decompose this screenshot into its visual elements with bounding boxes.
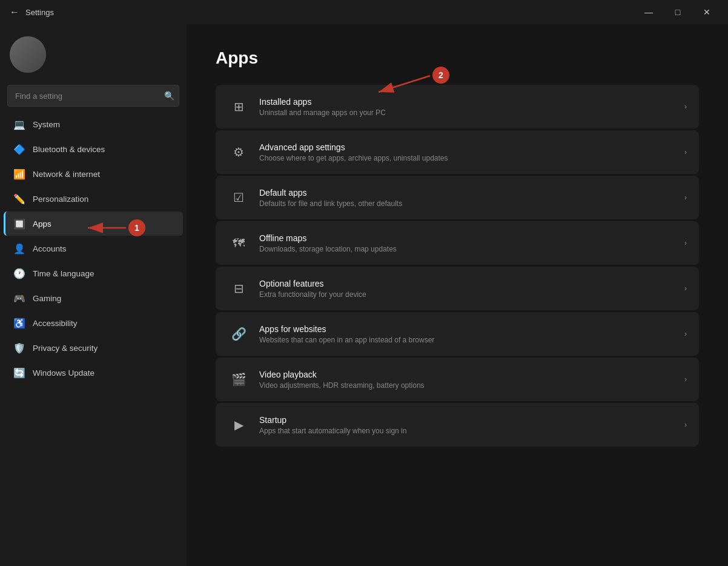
sidebar-nav: 💻 System 🔷 Bluetooth & devices 📶 Network…: [0, 112, 187, 385]
nav-icon-system: 💻: [13, 118, 25, 130]
maximize-button[interactable]: □: [664, 2, 692, 22]
search-box: 🔍: [7, 85, 179, 107]
nav-label-system: System: [33, 120, 60, 129]
sidebar-item-gaming[interactable]: 🎮 Gaming: [4, 286, 183, 310]
settings-desc-optional-features: Extra functionality for your device: [259, 290, 677, 299]
nav-label-time: Time & language: [33, 269, 94, 278]
sidebar-item-bluetooth[interactable]: 🔷 Bluetooth & devices: [4, 137, 183, 161]
chevron-icon-advanced-app-settings: ›: [684, 148, 687, 156]
settings-text-offline-maps: Offline maps Downloads, storage location…: [259, 233, 677, 253]
settings-item-installed-apps[interactable]: ⊞ Installed apps Uninstall and manage ap…: [216, 85, 699, 128]
settings-item-offline-maps[interactable]: 🗺 Offline maps Downloads, storage locati…: [216, 221, 699, 265]
nav-icon-time: 🕐: [13, 267, 25, 279]
settings-icon-video-playback: 🎬: [228, 368, 250, 390]
settings-text-optional-features: Optional features Extra functionality fo…: [259, 279, 677, 299]
settings-title-optional-features: Optional features: [259, 279, 677, 288]
titlebar: ← Settings — □ ✕: [0, 0, 728, 24]
sidebar-item-personalization[interactable]: ✏️ Personalization: [4, 187, 183, 211]
nav-label-personalization: Personalization: [33, 195, 88, 204]
sidebar-item-time[interactable]: 🕐 Time & language: [4, 261, 183, 285]
search-input[interactable]: [7, 85, 179, 107]
nav-label-network: Network & internet: [33, 170, 100, 179]
settings-text-advanced-app-settings: Advanced app settings Choose where to ge…: [259, 142, 677, 162]
nav-icon-network: 📶: [13, 168, 25, 180]
nav-label-accessibility: Accessibility: [33, 319, 78, 328]
settings-item-default-apps[interactable]: ☑ Default apps Defaults for file and lin…: [216, 176, 699, 219]
settings-title-installed-apps: Installed apps: [259, 97, 677, 107]
nav-label-update: Windows Update: [33, 368, 94, 378]
settings-icon-startup: ▶: [228, 414, 250, 436]
titlebar-controls: — □ ✕: [635, 2, 721, 22]
settings-text-apps-for-websites: Apps for websites Websites that can open…: [259, 324, 677, 344]
settings-item-apps-for-websites[interactable]: 🔗 Apps for websites Websites that can op…: [216, 312, 699, 356]
chevron-icon-default-apps: ›: [684, 193, 687, 202]
settings-icon-optional-features: ⊟: [228, 278, 250, 299]
back-icon[interactable]: ←: [10, 7, 19, 18]
nav-label-bluetooth: Bluetooth & devices: [33, 145, 105, 154]
content-area: 🔍 💻 System 🔷 Bluetooth & devices 📶 Netwo…: [0, 24, 728, 566]
settings-item-video-playback[interactable]: 🎬 Video playback Video adjustments, HDR …: [216, 358, 699, 401]
nav-icon-gaming: 🎮: [13, 292, 25, 304]
settings-item-startup[interactable]: ▶ Startup Apps that start automatically …: [216, 403, 699, 447]
settings-desc-apps-for-websites: Websites that can open in an app instead…: [259, 336, 677, 344]
chevron-icon-apps-for-websites: ›: [684, 330, 687, 338]
chevron-icon-startup: ›: [684, 421, 687, 429]
nav-label-gaming: Gaming: [33, 294, 61, 303]
sidebar-item-privacy[interactable]: 🛡️ Privacy & security: [4, 336, 183, 360]
search-icon[interactable]: 🔍: [164, 91, 174, 101]
nav-icon-update: 🔄: [13, 367, 25, 379]
page-title: Apps: [216, 48, 699, 68]
sidebar-item-system[interactable]: 💻 System: [4, 112, 183, 136]
nav-label-apps: Apps: [33, 219, 51, 228]
nav-icon-accessibility: ♿: [13, 317, 25, 329]
settings-text-installed-apps: Installed apps Uninstall and manage apps…: [259, 97, 677, 117]
settings-desc-installed-apps: Uninstall and manage apps on your PC: [259, 108, 677, 117]
settings-desc-video-playback: Video adjustments, HDR streaming, batter…: [259, 381, 677, 390]
settings-icon-offline-maps: 🗺: [228, 232, 250, 254]
chevron-icon-video-playback: ›: [684, 375, 687, 384]
settings-icon-installed-apps: ⊞: [228, 96, 250, 118]
settings-title-default-apps: Default apps: [259, 188, 677, 198]
titlebar-title: Settings: [25, 8, 54, 17]
settings-text-video-playback: Video playback Video adjustments, HDR st…: [259, 370, 677, 390]
settings-icon-apps-for-websites: 🔗: [228, 323, 250, 345]
nav-icon-personalization: ✏️: [13, 193, 25, 205]
settings-text-default-apps: Default apps Defaults for file and link …: [259, 188, 677, 208]
settings-icon-default-apps: ☑: [228, 187, 250, 208]
nav-icon-apps: 🔲: [13, 218, 25, 230]
sidebar-item-apps[interactable]: 🔲 Apps: [4, 211, 183, 236]
settings-icon-advanced-app-settings: ⚙: [228, 141, 250, 163]
settings-title-apps-for-websites: Apps for websites: [259, 324, 677, 334]
sidebar-item-accessibility[interactable]: ♿ Accessibility: [4, 311, 183, 335]
chevron-icon-installed-apps: ›: [684, 102, 687, 111]
settings-text-startup: Startup Apps that start automatically wh…: [259, 415, 677, 435]
sidebar: 🔍 💻 System 🔷 Bluetooth & devices 📶 Netwo…: [0, 24, 187, 566]
chevron-icon-offline-maps: ›: [684, 239, 687, 247]
nav-icon-privacy: 🛡️: [13, 342, 25, 354]
nav-icon-accounts: 👤: [13, 242, 25, 255]
minimize-button[interactable]: —: [635, 2, 663, 22]
profile-area: [0, 29, 187, 82]
settings-title-startup: Startup: [259, 415, 677, 425]
main-content: Apps ⊞ Installed apps Uninstall and mana…: [187, 24, 728, 566]
settings-desc-advanced-app-settings: Choose where to get apps, archive apps, …: [259, 154, 677, 162]
sidebar-item-network[interactable]: 📶 Network & internet: [4, 162, 183, 186]
nav-label-accounts: Accounts: [33, 244, 67, 253]
settings-item-advanced-app-settings[interactable]: ⚙ Advanced app settings Choose where to …: [216, 130, 699, 174]
sidebar-item-update[interactable]: 🔄 Windows Update: [4, 361, 183, 385]
settings-item-optional-features[interactable]: ⊟ Optional features Extra functionality …: [216, 267, 699, 310]
close-button[interactable]: ✕: [693, 2, 721, 22]
sidebar-item-accounts[interactable]: 👤 Accounts: [4, 236, 183, 261]
settings-desc-default-apps: Defaults for file and link types, other …: [259, 199, 677, 208]
nav-label-privacy: Privacy & security: [33, 344, 98, 353]
nav-icon-bluetooth: 🔷: [13, 143, 25, 155]
settings-title-offline-maps: Offline maps: [259, 233, 677, 243]
settings-title-video-playback: Video playback: [259, 370, 677, 379]
titlebar-left: ← Settings: [10, 7, 54, 18]
settings-list: ⊞ Installed apps Uninstall and manage ap…: [216, 85, 699, 447]
settings-desc-startup: Apps that start automatically when you s…: [259, 427, 677, 435]
settings-window: ← Settings — □ ✕ 🔍 💻 System: [0, 0, 728, 566]
chevron-icon-optional-features: ›: [684, 284, 687, 293]
settings-desc-offline-maps: Downloads, storage location, map updates: [259, 245, 677, 253]
avatar: [10, 36, 46, 73]
